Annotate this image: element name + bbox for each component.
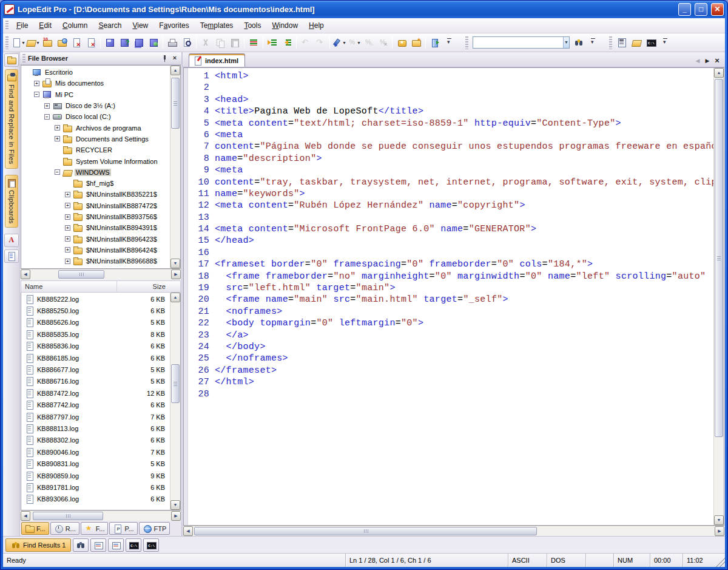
tree-expander-icon[interactable]: + xyxy=(65,192,70,197)
editor-hscroll-thumb[interactable] xyxy=(194,527,537,535)
ftp-tab[interactable]: FTP xyxy=(139,522,170,535)
scroll-right-icon[interactable]: ▶ xyxy=(715,526,724,536)
tree-expander-icon[interactable]: + xyxy=(65,247,70,253)
file-list-row[interactable]: KB887742.log6 KB xyxy=(21,399,170,411)
calculator-button[interactable] xyxy=(615,35,629,50)
copy-button[interactable] xyxy=(213,35,228,50)
find-in-files-results-button[interactable] xyxy=(73,538,89,552)
file-list-row[interactable]: KB885835.log8 KB xyxy=(21,328,170,340)
dropdown-arrow-icon[interactable]: ▾ xyxy=(36,40,39,46)
tab-scroll-right-icon[interactable]: ▶ xyxy=(703,58,712,64)
dropdown-arrow-icon[interactable]: ▾ xyxy=(22,40,24,46)
line-operations-button[interactable] xyxy=(246,35,261,50)
tree-item[interactable]: System Volume Information xyxy=(21,155,170,166)
print-button[interactable] xyxy=(165,35,180,50)
tree-scroll-thumb[interactable] xyxy=(171,78,180,129)
menu-templates[interactable]: Templates xyxy=(195,19,239,32)
tree-item[interactable]: Escritorio xyxy=(21,67,170,78)
list-scroll-thumb[interactable] xyxy=(171,364,180,403)
scroll-down-icon[interactable]: ▼ xyxy=(170,259,180,268)
find-results-tab[interactable]: Find Results 1 xyxy=(5,538,71,552)
maximize-button[interactable]: □ xyxy=(695,3,707,16)
tree-item[interactable]: +Archivos de programa xyxy=(21,122,170,133)
indent-button[interactable] xyxy=(265,35,280,50)
tree-item[interactable]: +$NtUninstallKB835221$ xyxy=(21,189,170,200)
pin-icon[interactable] xyxy=(158,54,168,63)
tab-scroll-left-icon[interactable]: ◀ xyxy=(693,58,702,64)
redo-button[interactable] xyxy=(313,35,328,50)
highlight-button[interactable]: ▾ xyxy=(332,35,346,50)
console-1-button[interactable] xyxy=(126,538,141,552)
scroll-up-icon[interactable]: ▲ xyxy=(170,66,180,75)
scroll-right-icon[interactable]: ▶ xyxy=(171,511,181,521)
new-file-button[interactable]: ▾ xyxy=(11,35,25,50)
tree-vertical-scrollbar[interactable]: ▲ ▼ xyxy=(170,66,180,268)
resize-grip[interactable] xyxy=(715,554,725,567)
menu-favorites[interactable]: Favorites xyxy=(153,19,194,32)
file-list-row[interactable]: KB890831.log5 KB xyxy=(21,458,170,469)
panel-close-icon[interactable]: × xyxy=(170,54,180,63)
file-list-row[interactable]: KB885222.log6 KB xyxy=(21,293,170,305)
tree-item[interactable]: −Disco local (C:) xyxy=(21,111,170,122)
file-list-row[interactable]: KB890046.log7 KB xyxy=(21,446,170,458)
tree-item[interactable]: +Documents and Settings xyxy=(21,134,170,144)
list-horizontal-scrollbar[interactable]: ◀ ▶ xyxy=(21,511,181,521)
document-close-icon[interactable]: × xyxy=(713,56,721,64)
open-file-button[interactable]: ▾ xyxy=(25,35,40,50)
search-combobox[interactable]: ▼ xyxy=(473,36,570,49)
tree-expander-icon[interactable]: + xyxy=(65,203,70,208)
find-button[interactable] xyxy=(571,35,586,50)
tree-item[interactable]: +Disco de 3½ (A:) xyxy=(21,100,170,111)
close-file-button[interactable] xyxy=(69,35,84,50)
print-preview-button[interactable] xyxy=(180,35,194,50)
menu-file[interactable]: File xyxy=(11,19,33,32)
search-combo-dropdown-icon[interactable]: ▼ xyxy=(563,37,569,48)
editor-scroll-thumb[interactable] xyxy=(715,79,723,437)
file-list-row[interactable]: KB886677.log5 KB xyxy=(21,364,170,375)
clipboard-viewer-button[interactable] xyxy=(4,249,19,263)
tree-item[interactable]: $hf_mig$ xyxy=(21,178,170,189)
editor-horizontal-scrollbar[interactable]: ◀ ▶ xyxy=(183,526,724,536)
ascii-table-button[interactable] xyxy=(4,234,19,247)
scroll-right-icon[interactable]: ▶ xyxy=(171,270,181,279)
menu-help[interactable]: Help xyxy=(303,19,329,32)
menu-tools[interactable]: Tools xyxy=(238,19,266,32)
document-tab-index-html[interactable]: index.html xyxy=(189,53,245,67)
results-list-2-button[interactable] xyxy=(108,538,124,552)
tree-hscroll-thumb[interactable] xyxy=(58,270,104,279)
paste-button[interactable] xyxy=(228,35,242,50)
save-button[interactable] xyxy=(103,35,117,50)
next-bookmark-button[interactable] xyxy=(361,35,376,50)
file-list-row[interactable]: KB887472.log12 KB xyxy=(21,387,170,399)
tree-expander-icon[interactable]: + xyxy=(34,81,39,86)
file-list-row[interactable]: KB891781.log6 KB xyxy=(21,481,170,493)
cut-button[interactable] xyxy=(198,35,213,50)
tree-item[interactable]: +$NtUninstallKB893756$ xyxy=(21,211,170,222)
toggle-bookmark-button[interactable]: ▾ xyxy=(346,35,361,50)
main-toolbar-overflow[interactable] xyxy=(442,35,457,50)
search-combo-input[interactable] xyxy=(473,37,563,48)
file-browser-strip-button[interactable] xyxy=(4,53,19,67)
list-hscroll-thumb[interactable] xyxy=(33,512,103,520)
tree-item[interactable]: +$NtUninstallKB896688$ xyxy=(21,256,170,266)
tree-item[interactable]: +Mis documentos xyxy=(21,78,170,89)
scroll-up-icon[interactable]: ▲ xyxy=(170,293,180,302)
file-list-row[interactable]: KB890859.log9 KB xyxy=(21,470,170,481)
tree-expander-icon[interactable]: + xyxy=(44,103,50,109)
tree-item[interactable]: +$NtUninstallKB896424$ xyxy=(21,245,170,256)
scroll-down-icon[interactable]: ▼ xyxy=(714,515,724,525)
file-list-row[interactable]: KB888113.log6 KB xyxy=(21,422,170,434)
save-as-button[interactable] xyxy=(117,35,132,50)
tree-item[interactable]: −Mi PC xyxy=(21,89,170,100)
tree-expander-icon[interactable]: + xyxy=(55,136,60,141)
tree-expander-icon[interactable]: − xyxy=(55,169,60,175)
minimize-button[interactable]: _ xyxy=(678,3,691,16)
outdent-button[interactable] xyxy=(280,35,294,50)
close-button[interactable]: ✕ xyxy=(711,3,724,16)
search-toolbar-overflow[interactable] xyxy=(586,35,601,50)
code-editor[interactable]: 1<html>23<head>4<title>Pagina Web de Lop… xyxy=(183,67,724,526)
tree-expander-icon[interactable]: + xyxy=(65,225,70,231)
menu-edit[interactable]: Edit xyxy=(33,19,57,32)
exit-button[interactable] xyxy=(428,35,442,50)
column-size[interactable]: Size xyxy=(117,283,180,290)
